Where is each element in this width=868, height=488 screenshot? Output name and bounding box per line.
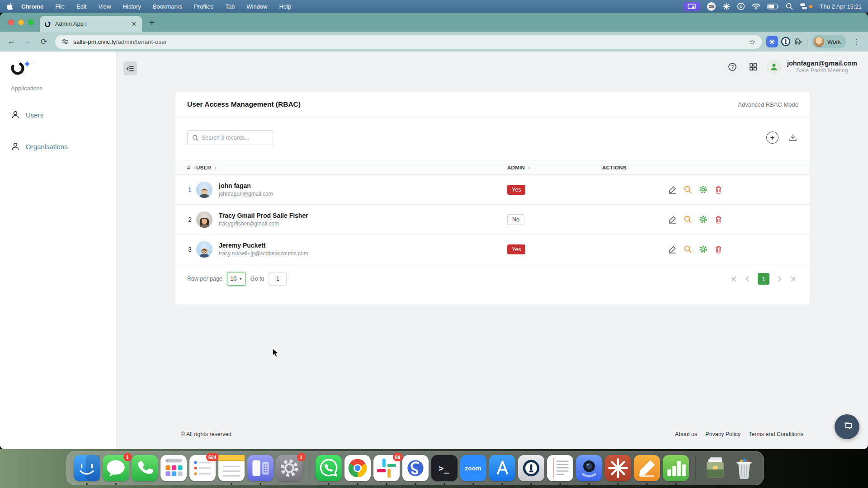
dock-icon-numbers[interactable]: [663, 455, 689, 481]
app-logo[interactable]: [10, 60, 33, 78]
previous-page-button[interactable]: [744, 276, 751, 282]
sort-icon[interactable]: ▲▼: [528, 166, 531, 169]
impersonate-action-icon[interactable]: [684, 185, 692, 194]
battery-icon[interactable]: [767, 1, 779, 11]
column-header-user[interactable]: USER: [196, 165, 211, 170]
zoom-meeting-icon[interactable]: zm: [707, 1, 716, 11]
dock-icon-terminal[interactable]: >_: [431, 455, 458, 481]
menu-chrome[interactable]: Chrome: [21, 3, 43, 10]
dock-icon-textedit[interactable]: [547, 455, 573, 481]
delete-action-icon[interactable]: [714, 185, 722, 194]
dock-icon-system-settings[interactable]: 1: [276, 455, 302, 481]
close-window-button[interactable]: [8, 19, 14, 25]
dock-icon-chrome[interactable]: [344, 455, 371, 481]
dock-icon-zoom[interactable]: zoom: [460, 455, 486, 481]
sort-icon[interactable]: ▲▼: [193, 166, 196, 169]
dock-icon-facetime[interactable]: [132, 455, 158, 481]
dock-icon-messages[interactable]: 1: [103, 455, 129, 481]
goto-page-input[interactable]: [269, 272, 287, 286]
dock-icon-pages[interactable]: [634, 455, 660, 481]
menu-bookmarks[interactable]: Bookmarks: [153, 3, 182, 10]
delete-action-icon[interactable]: [714, 245, 722, 253]
menu-edit[interactable]: Edit: [76, 3, 86, 10]
search-box[interactable]: [187, 130, 273, 145]
menu-bar-clock[interactable]: Thu 2 Apr 15:21: [820, 3, 862, 10]
account-avatar[interactable]: [766, 59, 782, 75]
settings-action-icon[interactable]: [699, 245, 708, 253]
delete-action-icon[interactable]: [714, 215, 722, 224]
spotlight-search-icon[interactable]: [786, 1, 793, 11]
impersonate-action-icon[interactable]: [684, 245, 692, 253]
browser-profile-chip[interactable]: Work: [812, 35, 846, 48]
menu-help[interactable]: Help: [279, 3, 292, 10]
bookmark-star-icon[interactable]: ☆: [749, 38, 755, 46]
dock-icon-notes[interactable]: [218, 455, 245, 481]
menu-window[interactable]: Window: [246, 3, 267, 10]
fast-user-switching-icon[interactable]: [800, 1, 812, 11]
extension-icon[interactable]: [766, 36, 778, 47]
dock-icon-whatsapp[interactable]: [316, 455, 342, 481]
back-button[interactable]: ←: [5, 35, 18, 48]
dock-icon-reminders[interactable]: 504: [189, 455, 216, 481]
advanced-rbac-mode-link[interactable]: Advanced RBAC Mode: [738, 101, 798, 108]
dock-icon-app-store[interactable]: [489, 455, 515, 481]
menu-profiles[interactable]: Profiles: [194, 3, 213, 10]
menu-view[interactable]: View: [98, 3, 111, 10]
dock-icon-onepassword[interactable]: [518, 455, 544, 481]
dock-icon-iphone-mirroring[interactable]: [247, 455, 274, 481]
settings-action-icon[interactable]: [699, 215, 708, 224]
dock-icon-slack[interactable]: 89: [373, 455, 400, 481]
site-settings-icon[interactable]: [61, 38, 69, 45]
dock-icon-downloads-stack[interactable]: [702, 455, 728, 481]
apps-grid-button[interactable]: [745, 59, 761, 75]
browser-menu-icon[interactable]: ⋮: [849, 38, 863, 46]
extensions-puzzle-icon[interactable]: [793, 37, 802, 47]
settings-action-icon[interactable]: [699, 185, 708, 194]
reload-button[interactable]: ⟳: [37, 35, 51, 48]
menu-tab[interactable]: Tab: [225, 3, 235, 10]
sidebar-item-organisations[interactable]: Organisations: [11, 142, 68, 151]
first-page-button[interactable]: [731, 276, 737, 282]
browser-tab[interactable]: Admin App | ✕: [40, 16, 142, 32]
onepassword-extension-icon[interactable]: [781, 37, 791, 47]
impersonate-action-icon[interactable]: [684, 215, 692, 224]
menu-history[interactable]: History: [123, 3, 141, 10]
sort-icon[interactable]: ▲▼: [214, 166, 217, 169]
dock-icon-photo-booth[interactable]: [576, 455, 602, 481]
footer-link-about-us[interactable]: About us: [675, 431, 697, 437]
last-page-button[interactable]: [790, 276, 797, 282]
next-page-button[interactable]: [776, 276, 783, 282]
fullscreen-window-button[interactable]: [28, 19, 34, 25]
add-record-button[interactable]: +: [766, 131, 778, 144]
wifi-icon[interactable]: [752, 1, 760, 11]
edit-action-icon[interactable]: [668, 215, 677, 224]
column-header-admin[interactable]: ADMIN: [507, 165, 525, 170]
edit-action-icon[interactable]: [668, 185, 677, 194]
search-input[interactable]: [202, 135, 268, 141]
chat-widget-button[interactable]: [835, 414, 859, 439]
dock-icon-launchpad[interactable]: [160, 455, 187, 481]
column-header-num[interactable]: #: [187, 165, 190, 170]
current-page-button[interactable]: 1: [758, 273, 769, 285]
sidebar-item-users[interactable]: Users: [11, 110, 43, 119]
tab-close-icon[interactable]: ✕: [130, 20, 137, 28]
dock-icon-simplenote[interactable]: [402, 455, 429, 481]
footer-link-privacy-policy[interactable]: Privacy Policy: [705, 431, 741, 437]
minimize-window-button[interactable]: [18, 19, 24, 25]
new-tab-button[interactable]: +: [149, 17, 155, 28]
edit-action-icon[interactable]: [668, 245, 677, 253]
apple-icon[interactable]: [6, 1, 13, 11]
screen-share-indicator-icon[interactable]: [683, 1, 700, 11]
help-button[interactable]: ?: [725, 59, 740, 75]
sidebar-collapse-button[interactable]: [123, 61, 137, 75]
dock-icon-finder[interactable]: [74, 455, 100, 481]
dock-icon-starburst-app[interactable]: [605, 455, 631, 481]
dock-icon-trash[interactable]: [731, 455, 757, 481]
menu-file[interactable]: File: [55, 3, 65, 10]
onepassword-menu-icon[interactable]: [737, 1, 745, 11]
address-bar[interactable]: salle-pm.civic.ly/admin/tenant-user ☆: [55, 35, 762, 49]
rows-per-page-select[interactable]: 10▼: [227, 272, 246, 286]
footer-link-terms-and-conditions[interactable]: Terms and Conditions: [749, 431, 803, 437]
starburst-menu-icon[interactable]: [722, 1, 730, 11]
forward-button[interactable]: →: [21, 35, 34, 48]
